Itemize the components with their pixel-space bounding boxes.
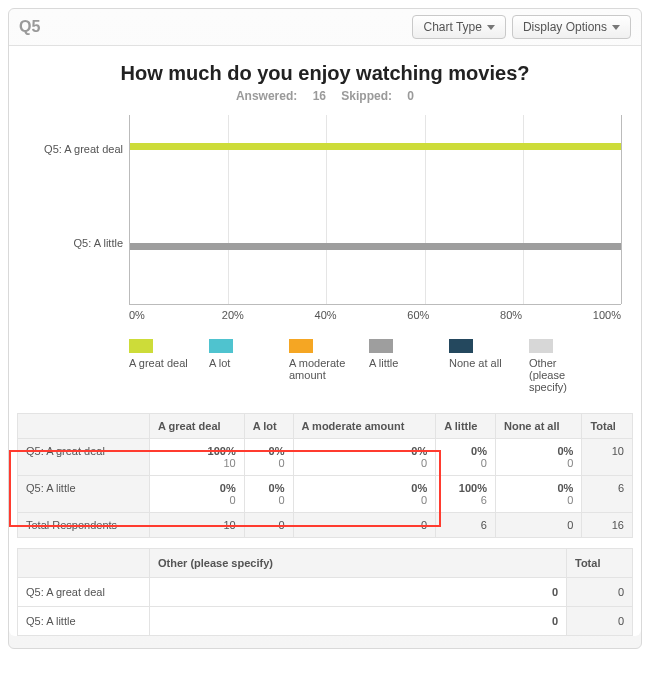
cell: 0%0 [495, 476, 581, 513]
chart: Q5: A great deal Q5: A little [9, 115, 641, 305]
legend-swatch [369, 339, 393, 353]
cell: 100%6 [436, 476, 496, 513]
x-tick: 40% [315, 309, 408, 321]
table-header-row: Other (please specify) Total [18, 549, 633, 578]
y-axis-label: Q5: A great deal [29, 143, 123, 155]
cell: 0%0 [436, 439, 496, 476]
total-cell: 0 [293, 513, 436, 538]
chevron-down-icon [612, 25, 620, 30]
row-label: Q5: A little [18, 476, 150, 513]
col-header: A moderate amount [293, 414, 436, 439]
cell: 0%0 [495, 439, 581, 476]
bar-a-little [130, 243, 621, 250]
col-header: None at all [495, 414, 581, 439]
total-cell: 10 [150, 513, 245, 538]
legend-label: A great deal [129, 357, 191, 369]
cell: 0%0 [150, 476, 245, 513]
x-tick: 60% [407, 309, 500, 321]
question-title: How much do you enjoy watching movies? [9, 46, 641, 89]
cell: 0%0 [244, 439, 293, 476]
crosstab-table: A great deal A lot A moderate amount A l… [17, 413, 633, 538]
other-specify-table: Other (please specify) Total Q5: A great… [17, 548, 633, 636]
answered-count: 16 [313, 89, 326, 103]
table-corner [18, 549, 150, 578]
panel-body: How much do you enjoy watching movies? A… [9, 46, 641, 636]
legend-label: Other (please specify) [529, 357, 591, 393]
cell: 0%0 [293, 476, 436, 513]
grand-total: 16 [582, 513, 633, 538]
other-count: 0 [150, 578, 567, 607]
row-label: Q5: A great deal [18, 578, 150, 607]
legend-label: A little [369, 357, 431, 369]
legend-label: A lot [209, 357, 271, 369]
row-total: 0 [567, 607, 633, 636]
y-axis: Q5: A great deal Q5: A little [29, 115, 129, 305]
crosstab-wrapper: A great deal A lot A moderate amount A l… [9, 413, 641, 538]
chevron-down-icon [487, 25, 495, 30]
legend-item-moderate: A moderate amount [289, 339, 351, 393]
legend-swatch [209, 339, 233, 353]
legend-item-other: Other (please specify) [529, 339, 591, 393]
legend-item-a-little: A little [369, 339, 431, 393]
legend-label: A moderate amount [289, 357, 351, 381]
display-options-button[interactable]: Display Options [512, 15, 631, 39]
cell: 100%10 [150, 439, 245, 476]
col-header-total: Total [582, 414, 633, 439]
legend-label: None at all [449, 357, 511, 369]
legend-item-great-deal: A great deal [129, 339, 191, 393]
x-axis: 0% 20% 40% 60% 80% 100% [9, 309, 641, 321]
table-corner [18, 414, 150, 439]
legend-swatch [529, 339, 553, 353]
question-id: Q5 [19, 18, 406, 36]
legend-item-none: None at all [449, 339, 511, 393]
x-tick: 80% [500, 309, 593, 321]
answered-label: Answered: [236, 89, 297, 103]
response-stats: Answered: 16 Skipped: 0 [9, 89, 641, 115]
col-header: A great deal [150, 414, 245, 439]
skipped-count: 0 [407, 89, 414, 103]
chart-plot [129, 115, 621, 305]
legend-swatch [449, 339, 473, 353]
display-options-label: Display Options [523, 20, 607, 34]
chart-type-label: Chart Type [423, 20, 481, 34]
chart-legend: A great deal A lot A moderate amount A l… [9, 321, 641, 413]
total-cell: 6 [436, 513, 496, 538]
legend-swatch [129, 339, 153, 353]
cell: 0%0 [244, 476, 293, 513]
totals-row: Total Respondents 10 0 0 6 0 16 [18, 513, 633, 538]
col-header-other: Other (please specify) [150, 549, 567, 578]
table-header-row: A great deal A lot A moderate amount A l… [18, 414, 633, 439]
total-cell: 0 [244, 513, 293, 538]
total-cell: 0 [495, 513, 581, 538]
x-tick: 0% [129, 309, 222, 321]
cell: 0%0 [293, 439, 436, 476]
table-row: Q5: A great deal 100%10 0%0 0%0 0%0 0%0 … [18, 439, 633, 476]
table-row: Q5: A little 0%0 0%0 0%0 100%6 0%0 6 [18, 476, 633, 513]
row-total: 0 [567, 578, 633, 607]
gridline [621, 115, 622, 304]
chart-type-button[interactable]: Chart Type [412, 15, 505, 39]
col-header-total: Total [567, 549, 633, 578]
legend-item-a-lot: A lot [209, 339, 271, 393]
panel-header: Q5 Chart Type Display Options [9, 9, 641, 46]
skipped-label: Skipped: [341, 89, 392, 103]
row-total: 10 [582, 439, 633, 476]
table-row: Q5: A great deal 0 0 [18, 578, 633, 607]
col-header: A lot [244, 414, 293, 439]
row-total: 6 [582, 476, 633, 513]
table-row: Q5: A little 0 0 [18, 607, 633, 636]
totals-label: Total Respondents [18, 513, 150, 538]
row-label: Q5: A little [18, 607, 150, 636]
legend-swatch [289, 339, 313, 353]
bar-great-deal [130, 143, 621, 150]
question-panel: Q5 Chart Type Display Options How much d… [8, 8, 642, 649]
other-count: 0 [150, 607, 567, 636]
col-header: A little [436, 414, 496, 439]
x-tick: 100% [593, 309, 621, 321]
row-label: Q5: A great deal [18, 439, 150, 476]
y-axis-label: Q5: A little [29, 237, 123, 249]
x-tick: 20% [222, 309, 315, 321]
